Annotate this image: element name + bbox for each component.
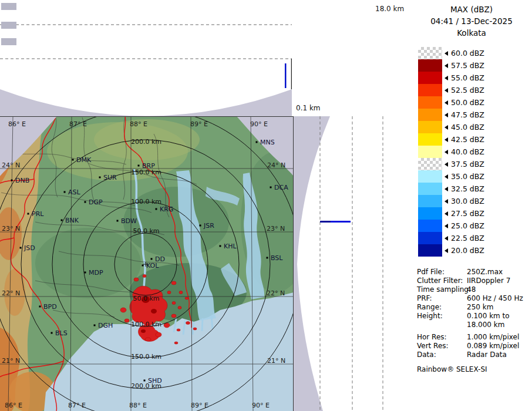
scale-label: 35.0 dBZ: [451, 172, 484, 181]
scale-row: 35.0 dBZ: [418, 170, 484, 183]
latitude-label: 22° N: [267, 289, 285, 297]
scale-tick-arrow-icon: [445, 187, 448, 191]
metadata-row: Hor Res:1.000 km/pixel: [417, 333, 523, 342]
product-title: MAX (dBZ): [411, 4, 532, 15]
metadata-label: Pdf File:: [417, 268, 467, 277]
range-ring-label: 50.0 km: [133, 227, 159, 235]
scale-swatch: [418, 84, 442, 96]
scale-tick-arrow-icon: [445, 174, 448, 179]
station-dot-bdw: [117, 220, 119, 222]
scale-row: 32.5 dBZ: [418, 183, 484, 195]
top-projection-panel: [0, 0, 292, 116]
station-label-kol: KOL: [146, 262, 159, 269]
station-label-jsd: JSD: [23, 244, 35, 252]
metadata-value: 250 km: [467, 303, 493, 311]
scale-row: 37.5 dBZ: [418, 158, 484, 170]
scale-tick-arrow-icon: [445, 51, 448, 56]
scale-tick-arrow-icon: [445, 100, 448, 105]
metadata-label: Hor Res:: [417, 333, 467, 342]
scale-swatch: [418, 72, 442, 84]
station-dot-dgh: [94, 325, 96, 326]
scale-tick-arrow-icon: [445, 88, 448, 93]
scale-row: 57.5 dBZ: [418, 59, 484, 72]
latitude-label: 21° N: [2, 357, 20, 365]
height-axis-max-label: 18.0 km: [375, 5, 404, 13]
station-dot-mdp: [85, 272, 86, 274]
scale-tick-arrow-icon: [445, 162, 448, 167]
longitude-label: 89° E: [191, 402, 208, 409]
scale-row: 22.5 dBZ: [418, 232, 484, 244]
station-label-jsr: JSR: [203, 222, 214, 230]
side-projection-panel: [294, 116, 388, 411]
metadata-row: Range:250 km: [417, 303, 523, 312]
station-dot-asl: [64, 191, 66, 193]
scale-label: 45.0 dBZ: [451, 123, 484, 132]
scale-row: 52.5 dBZ: [418, 84, 484, 96]
height-gridlines: [0, 25, 292, 59]
station-dot-mns: [256, 142, 258, 143]
metadata-value: 250Z.max: [467, 268, 503, 276]
metadata-row: 18.000 km: [417, 321, 523, 329]
metadata-row: Pdf File:250Z.max: [417, 268, 523, 277]
station-dot-khl: [220, 245, 221, 247]
metadata-label: Data:: [417, 351, 467, 359]
latitude-label: 23° N: [2, 225, 20, 233]
range-ring-label: 200.0 km: [131, 138, 161, 146]
scale-swatch: [418, 59, 442, 72]
latitude-label: 23° N: [267, 225, 285, 233]
metadata-label: Time sampling:: [417, 285, 467, 294]
metadata-value: 1.000 km/pixel: [467, 333, 519, 341]
scale-tick-arrow-icon: [445, 211, 448, 216]
scale-swatch: [418, 47, 442, 59]
longitude-label: 87° E: [68, 402, 86, 409]
station-dot-jsr: [200, 225, 201, 227]
scale-row: 20.0 dBZ: [418, 244, 484, 257]
metadata-row: Height:0.100 km to: [417, 312, 523, 321]
metadata-value: 600 Hz / 450 Hz: [467, 294, 523, 302]
scale-swatch: [418, 146, 442, 158]
map-canvas: 86° E86° E87° E87° E88° E88° E89° E89° E…: [0, 116, 294, 411]
scale-row: 27.5 dBZ: [418, 207, 484, 220]
height-gridlines: [320, 116, 383, 411]
axis-tick-placeholder: [1, 22, 16, 29]
station-dot-dd: [151, 258, 153, 260]
scale-row: 60.0 dBZ: [418, 47, 484, 59]
station-label-dca: DCA: [274, 184, 288, 191]
scale-swatch: [418, 121, 442, 133]
scale-label: 37.5 dBZ: [451, 160, 484, 169]
scale-label: 47.5 dBZ: [451, 110, 484, 119]
scale-swatch: [418, 133, 442, 146]
range-ring-label: 50.0 km: [133, 295, 159, 302]
scale-label: 25.0 dBZ: [451, 221, 484, 230]
station-label-bdw: BDW: [121, 217, 137, 225]
legend-title-block: MAX (dBZ) 04:41 / 13-Dec-2025 Kolkata: [411, 4, 532, 39]
scale-tick-arrow-icon: [445, 113, 448, 117]
reflectivity-scale: 60.0 dBZ57.5 dBZ55.0 dBZ52.5 dBZ50.0 dBZ…: [418, 47, 484, 257]
scale-row: 50.0 dBZ: [418, 96, 484, 109]
station-dot-bls: [51, 332, 53, 334]
scale-swatch: [418, 170, 442, 183]
scale-row: 25.0 dBZ: [418, 220, 484, 232]
longitude-label: 90° E: [252, 402, 270, 409]
station-dot-prl: [28, 213, 29, 215]
scale-tick-arrow-icon: [445, 76, 448, 80]
scale-row: 45.0 dBZ: [418, 121, 484, 133]
scale-swatch: [418, 195, 442, 207]
station-dot-brp: [138, 165, 140, 167]
metadata-label: Vert Res:: [417, 342, 467, 351]
station-dot-shd: [144, 380, 146, 382]
scale-swatch: [418, 220, 442, 232]
scale-row: 40.0 dBZ: [418, 146, 484, 158]
station-dot-dnb: [11, 180, 13, 181]
scale-swatch: [418, 183, 442, 195]
longitude-label: 90° E: [250, 120, 268, 128]
station-dot-kol: [142, 265, 144, 267]
scale-row: 47.5 dBZ: [418, 109, 484, 121]
scale-row: 30.0 dBZ: [418, 195, 484, 207]
range-ring-label: 100.0 km: [131, 198, 161, 206]
longitude-label: 88° E: [129, 402, 147, 409]
latitude-label: 24° N: [267, 161, 285, 169]
scale-label: 40.0 dBZ: [451, 147, 484, 156]
station-dot-dmk: [72, 159, 74, 161]
latitude-label: 21° N: [267, 357, 285, 365]
